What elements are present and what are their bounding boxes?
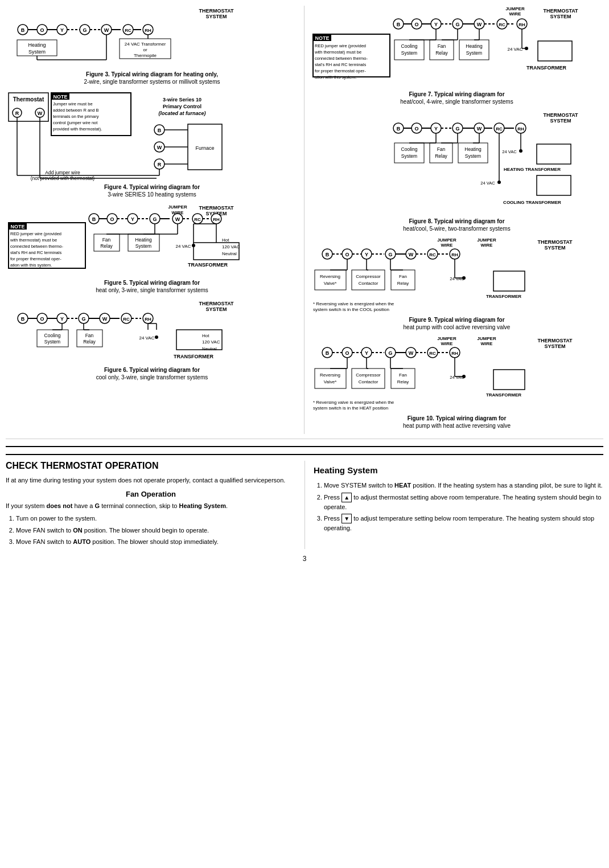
svg-text:(not provided with thermostat): (not provided with thermostat) (31, 175, 95, 181)
svg-text:control (jumper wire not: control (jumper wire not (53, 120, 98, 125)
diagrams-section: THERMOSTAT SYSTEM B O Y (6, 6, 603, 439)
svg-text:24 VAC: 24 VAC (450, 276, 464, 281)
check-intro: If at any time during testing your syste… (6, 476, 296, 485)
svg-text:O: O (40, 27, 44, 33)
down-arrow-btn[interactable]: ▼ (341, 514, 352, 523)
svg-text:System: System (44, 339, 60, 345)
svg-text:stat's RH and RC terminals: stat's RH and RC terminals (10, 250, 61, 255)
svg-text:THERMOSTAT: THERMOSTAT (537, 239, 573, 245)
svg-text:B: B (21, 316, 25, 322)
svg-text:System: System (28, 49, 46, 55)
svg-text:B: B (326, 252, 330, 257)
svg-text:W: W (104, 27, 109, 33)
svg-text:WIRE: WIRE (441, 243, 454, 248)
svg-text:W: W (102, 316, 108, 322)
svg-text:O: O (414, 22, 418, 27)
svg-text:WIRE: WIRE (481, 243, 493, 248)
svg-text:THERMOSTAT: THERMOSTAT (199, 301, 234, 306)
svg-text:connected between thermo-: connected between thermo- (10, 244, 63, 249)
svg-text:JUMPER: JUMPER (505, 6, 525, 11)
svg-text:system switch is in the HEAT p: system switch is in the HEAT position (313, 406, 388, 411)
svg-text:Y: Y (365, 350, 368, 356)
svg-text:SYSTEM: SYSTEM (544, 245, 565, 251)
svg-text:RH: RH (451, 351, 458, 356)
svg-text:O: O (110, 216, 114, 222)
svg-text:Relay: Relay (397, 281, 409, 286)
svg-text:TRANSFORMER: TRANSFORMER (174, 354, 213, 359)
svg-text:RH: RH (517, 126, 524, 132)
figure-7: JUMPER WIRE THERMOSTAT SYSTEM NOTE RED j… (310, 6, 603, 105)
svg-text:or: or (143, 47, 147, 52)
up-arrow-btn[interactable]: ▲ (341, 493, 352, 502)
svg-text:Fan: Fan (437, 146, 446, 152)
svg-rect-357 (391, 369, 415, 388)
svg-text:provided with thermostat).: provided with thermostat). (53, 126, 102, 132)
heating-step-2: Press ▲ to adjust thermostat setting abo… (324, 493, 603, 512)
svg-text:Furnace: Furnace (195, 145, 214, 151)
figure-4: Thermostat R W NOTE Jumper wire must be … (6, 90, 298, 198)
svg-text:Heating: Heating (464, 146, 482, 152)
svg-text:G: G (81, 316, 85, 322)
svg-text:G: G (153, 216, 157, 222)
svg-text:System: System (465, 153, 481, 159)
heating-heading: Heating System (314, 465, 603, 475)
svg-text:O: O (414, 126, 418, 132)
svg-text:Compressor: Compressor (356, 372, 381, 378)
svg-text:24 VAC: 24 VAC (502, 149, 517, 154)
svg-text:Valve*: Valve* (324, 281, 337, 286)
svg-text:B: B (397, 22, 401, 27)
svg-text:Reversing: Reversing (320, 372, 340, 378)
svg-text:W: W (409, 252, 414, 257)
svg-text:O: O (40, 316, 44, 322)
svg-text:NOTE: NOTE (53, 94, 67, 100)
svg-text:B: B (21, 27, 25, 33)
svg-text:Fan: Fan (399, 372, 407, 378)
svg-text:NOTE: NOTE (10, 224, 24, 230)
fig4-caption: Figure 4. Typical wiring diagram for 3-w… (6, 183, 298, 198)
svg-text:Reversing: Reversing (320, 274, 340, 279)
svg-text:System: System (401, 153, 417, 159)
svg-text:Fan: Fan (102, 237, 111, 243)
fig4-svg: Thermostat R W NOTE Jumper wire must be … (6, 90, 298, 181)
svg-text:(located at furnace): (located at furnace) (158, 110, 205, 116)
svg-text:Y: Y (131, 216, 134, 222)
svg-text:Compressor: Compressor (356, 274, 381, 279)
svg-text:Hot: Hot (202, 333, 209, 338)
svg-text:B: B (397, 126, 401, 132)
heating-section: Heating System Move SYSTEM switch to HEA… (304, 461, 603, 549)
svg-text:System: System (135, 243, 151, 249)
svg-text:R: R (15, 110, 19, 116)
figure-9: JUMPER WIRE JUMPER WIRE THERMOSTAT SYSTE… (310, 237, 603, 331)
heating-steps-list: Move SYSTEM switch to HEAT position. If … (324, 481, 603, 533)
svg-text:RH: RH (145, 317, 151, 322)
svg-text:RC: RC (496, 126, 503, 132)
left-diagrams: THERMOSTAT SYSTEM B O Y (6, 6, 304, 434)
svg-text:RC: RC (429, 252, 436, 257)
svg-text:W: W (157, 145, 162, 150)
svg-text:for proper thermostat oper-: for proper thermostat oper- (10, 256, 61, 261)
svg-text:TRANSFORMER: TRANSFORMER (526, 65, 566, 71)
svg-text:WIRE: WIRE (481, 341, 493, 346)
svg-text:B: B (326, 350, 330, 356)
svg-text:Contactor: Contactor (359, 281, 378, 286)
svg-text:Relay: Relay (435, 50, 448, 56)
svg-text:RC: RC (429, 351, 436, 356)
svg-rect-302 (352, 270, 385, 290)
svg-text:SYSTEM: SYSTEM (544, 343, 565, 349)
right-diagrams: JUMPER WIRE THERMOSTAT SYSTEM NOTE RED j… (304, 6, 603, 434)
svg-rect-299 (315, 270, 346, 290)
svg-text:G: G (83, 27, 87, 33)
svg-text:24 VAC: 24 VAC (450, 375, 464, 380)
svg-text:THERMOSTAT: THERMOSTAT (537, 338, 573, 343)
figure-8: THERMOSTAT SYSTEM B O Y G W (310, 110, 603, 232)
fig9-svg: JUMPER WIRE JUMPER WIRE THERMOSTAT SYSTE… (310, 237, 603, 314)
svg-text:W: W (38, 110, 43, 116)
svg-text:24 VAC: 24 VAC (508, 47, 523, 52)
svg-rect-305 (391, 270, 415, 290)
fan-step-1: Turn on power to the system. (16, 514, 296, 523)
svg-text:SYSTEM: SYSTEM (550, 14, 571, 19)
svg-text:with thermostat) must be: with thermostat) must be (10, 238, 57, 243)
svg-text:Heating: Heating (135, 237, 152, 243)
svg-rect-365 (493, 370, 525, 390)
heating-step-3: Press ▼ to adjust temperature setting be… (324, 514, 603, 533)
